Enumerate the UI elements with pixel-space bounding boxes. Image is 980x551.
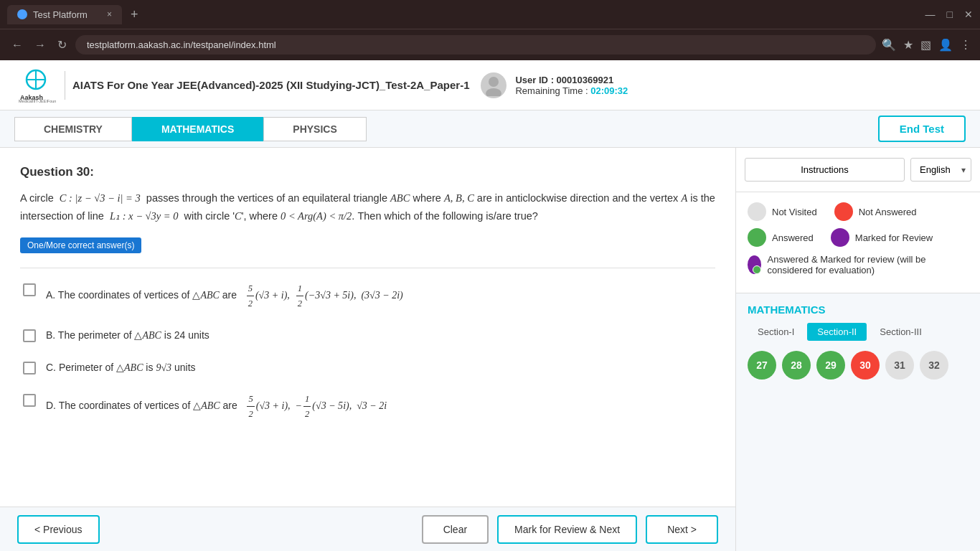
user-id-value: : 00010369921 [551, 75, 613, 85]
option-row-b: B. The perimeter of △ABC is 24 units [20, 327, 715, 344]
instructions-button[interactable]: Instructions [745, 158, 905, 182]
user-details: User ID : 00010369921 Remaining Time : 0… [515, 75, 628, 96]
user-avatar [481, 72, 507, 98]
section-tab-2[interactable]: Section-II [807, 323, 867, 341]
mark-review-button[interactable]: Mark for Review & Next [497, 515, 637, 544]
clear-button[interactable]: Clear [422, 515, 489, 544]
option-text-a: A. The coordinates of vertices of △ABC a… [46, 281, 403, 311]
browser-actions: 🔍 ★ ▧ 👤 ⋮ [882, 38, 971, 52]
answered-label: Answered [772, 232, 814, 243]
legend-not-visited: Not Visited [748, 202, 817, 221]
not-visited-dot [748, 202, 766, 221]
options-divider [20, 268, 715, 268]
question-number: Question 30: [20, 165, 715, 179]
tab-favicon [17, 9, 27, 19]
legend-row-1: Not Visited Not Answered [748, 202, 969, 221]
browser-close-btn[interactable]: ✕ [964, 9, 973, 20]
option-text-b: B. The perimeter of △ABC is 24 units [46, 327, 209, 344]
main-layout: Question 30: A circle C : |z − √3 − i| =… [0, 148, 980, 551]
back-btn[interactable]: ← [9, 36, 26, 55]
tab-mathematics[interactable]: MATHEMATICS [132, 117, 263, 141]
legend: Not Visited Not Answered Answered Marked… [736, 192, 980, 293]
tab-title: Test Platform [33, 9, 88, 20]
aakash-logo: Aakash Medical|IIT-JEE|Foundation [14, 67, 57, 103]
option-checkbox-d[interactable] [23, 394, 36, 407]
question-btn-28[interactable]: 28 [782, 351, 811, 380]
option-row-d: D. The coordinates of vertices of △ABC a… [20, 392, 715, 421]
new-tab-btn[interactable]: + [131, 7, 138, 22]
legend-row-3: Answered & Marked for review (will be co… [748, 254, 969, 276]
option-checkbox-c[interactable] [23, 362, 36, 375]
math-section-title: MATHEMATICS [748, 303, 969, 316]
user-id-row: User ID : 00010369921 [515, 75, 628, 85]
answer-type-badge: One/More correct answer(s) [20, 237, 141, 253]
maximize-btn[interactable]: □ [947, 9, 953, 20]
tab-chemistry[interactable]: CHEMISTRY [14, 117, 132, 141]
app-header: Aakash Medical|IIT-JEE|Foundation AIATS … [0, 60, 980, 110]
sidebar-top: Instructions English Hindi [736, 148, 980, 192]
subject-tabs: CHEMISTRY MATHEMATICS PHYSICS End Test [0, 110, 980, 148]
search-icon[interactable]: 🔍 [882, 38, 896, 52]
section-tab-3[interactable]: Section-III [870, 323, 932, 341]
end-test-button[interactable]: End Test [878, 116, 966, 142]
answered-dot [748, 228, 766, 247]
option-text-d: D. The coordinates of vertices of △ABC a… [46, 392, 387, 421]
previous-button[interactable]: < Previous [17, 515, 100, 544]
option-row-c: C. Perimeter of △ABC is 9√3 units [20, 359, 715, 376]
address-input[interactable] [75, 35, 876, 55]
option-checkbox-a[interactable] [23, 283, 36, 296]
question-btn-29[interactable]: 29 [816, 351, 845, 380]
browser-chrome: Test Platform × + — □ ✕ [0, 0, 980, 29]
section-tabs: Section-I Section-II Section-III [748, 323, 969, 341]
not-answered-dot [834, 202, 853, 221]
address-bar-row: ← → ↻ 🔍 ★ ▧ 👤 ⋮ [0, 29, 980, 60]
question-btn-31[interactable]: 31 [885, 351, 914, 380]
language-select[interactable]: English Hindi [910, 158, 971, 182]
not-answered-label: Not Answered [859, 207, 917, 217]
logo-area: Aakash Medical|IIT-JEE|Foundation AIATS … [14, 67, 469, 103]
profile-icon[interactable]: 👤 [938, 38, 953, 52]
reload-btn[interactable]: ↻ [55, 35, 70, 55]
language-select-wrap: English Hindi [910, 158, 971, 182]
minimize-btn[interactable]: — [925, 9, 936, 20]
section-tab-1[interactable]: Section-I [748, 323, 804, 341]
browser-tab[interactable]: Test Platform × [7, 5, 122, 24]
svg-point-5 [489, 77, 499, 87]
timer-value: 02:09:32 [590, 85, 628, 96]
marked-dot [831, 228, 849, 247]
extensions-icon[interactable]: ▧ [920, 38, 931, 52]
menu-icon[interactable]: ⋮ [960, 38, 971, 52]
option-row-a: A. The coordinates of vertices of △ABC a… [20, 281, 715, 311]
not-visited-label: Not Visited [772, 207, 817, 217]
question-text: A circle C : |z − √3 − i| = 3 passes thr… [20, 189, 715, 225]
question-btn-30[interactable]: 30 [851, 351, 880, 380]
math-section: MATHEMATICS Section-I Section-II Section… [736, 293, 980, 390]
remaining-label: Remaining Time : [515, 85, 588, 96]
forward-btn[interactable]: → [32, 36, 49, 55]
answered-marked-label: Answered & Marked for review (will be co… [767, 254, 969, 276]
legend-not-answered: Not Answered [834, 202, 917, 221]
header-title: AIATS For One Year JEE(Advanced)-2025 (X… [72, 79, 469, 91]
answered-marked-dot [748, 255, 761, 274]
legend-marked: Marked for Review [831, 228, 933, 247]
next-button[interactable]: Next > [646, 515, 718, 544]
tab-physics[interactable]: PHYSICS [263, 117, 366, 141]
user-info: User ID : 00010369921 Remaining Time : 0… [481, 72, 628, 98]
question-btn-32[interactable]: 32 [920, 351, 948, 380]
option-text-c: C. Perimeter of △ABC is 9√3 units [46, 359, 196, 376]
question-area: Question 30: A circle C : |z − √3 − i| =… [0, 148, 736, 551]
question-btn-27[interactable]: 27 [748, 351, 776, 380]
legend-row-2: Answered Marked for Review [748, 228, 969, 247]
tab-close-btn[interactable]: × [107, 9, 112, 19]
header-divider [65, 71, 65, 100]
legend-answered-marked: Answered & Marked for review (will be co… [748, 254, 969, 276]
option-checkbox-b[interactable] [23, 329, 36, 342]
svg-point-6 [486, 88, 501, 96]
star-icon[interactable]: ★ [903, 38, 913, 52]
question-content: Question 30: A circle C : |z − √3 − i| =… [0, 148, 735, 507]
user-id-label: User ID [515, 75, 548, 85]
timer-row: Remaining Time : 02:09:32 [515, 85, 628, 96]
marked-label: Marked for Review [855, 232, 933, 243]
bottom-bar: < Previous Clear Mark for Review & Next … [0, 507, 735, 551]
svg-text:Medical|IIT-JEE|Foundation: Medical|IIT-JEE|Foundation [19, 99, 56, 103]
